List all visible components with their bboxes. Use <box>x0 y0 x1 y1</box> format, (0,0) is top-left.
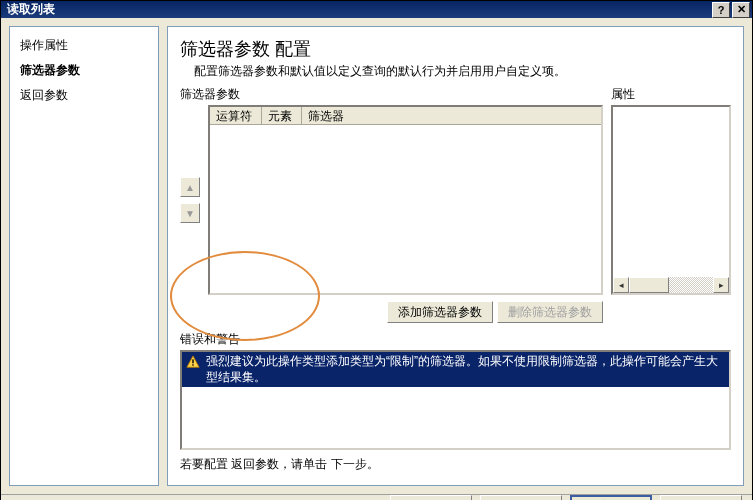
grid-header: 运算符 元素 筛选器 <box>210 107 601 125</box>
cancel-button[interactable]: 取消 <box>660 495 742 500</box>
button-bar: < 上一步 下一步 > 完成 取消 <box>1 494 752 500</box>
reorder-buttons: ▲ ▼ <box>180 105 202 295</box>
sidebar-item-label: 筛选器参数 <box>20 63 80 77</box>
help-button[interactable]: ? <box>712 2 730 18</box>
move-up-button[interactable]: ▲ <box>180 177 200 197</box>
body: 操作属性 筛选器参数 返回参数 筛选器参数 配置 配置筛选器参数和默认值以定义查… <box>1 18 752 494</box>
warning-icon <box>186 355 200 369</box>
scroll-thumb[interactable] <box>629 277 669 293</box>
properties-label: 属性 <box>611 86 731 103</box>
next-button[interactable]: 下一步 > <box>480 495 562 500</box>
window-title: 读取列表 <box>7 1 712 18</box>
properties-content <box>613 107 729 293</box>
sidebar-item-return-params[interactable]: 返回参数 <box>14 83 154 108</box>
scroll-track[interactable] <box>629 277 713 293</box>
close-button[interactable]: ✕ <box>732 2 750 18</box>
filter-params-section: 筛选器参数 ▲ ▼ 运算符 元素 筛选器 <box>180 86 603 323</box>
grid-body <box>210 125 601 293</box>
add-filter-button[interactable]: 添加筛选器参数 <box>387 301 493 323</box>
finish-button[interactable]: 完成 <box>570 495 652 500</box>
errors-section: 错误和警告 强烈建议为此操作类型添加类型为“限制”的筛选器。如果不使用限制筛选器… <box>180 331 731 450</box>
error-text: 强烈建议为此操作类型添加类型为“限制”的筛选器。如果不使用限制筛选器，此操作可能… <box>206 354 725 385</box>
col-operator[interactable]: 运算符 <box>210 107 262 124</box>
properties-scrollbar[interactable]: ◂ ▸ <box>613 277 729 293</box>
col-element[interactable]: 元素 <box>262 107 302 124</box>
scroll-left-icon[interactable]: ◂ <box>613 277 629 293</box>
main-panel: 筛选器参数 配置 配置筛选器参数和默认值以定义查询的默认行为并启用用户自定义项。… <box>167 26 744 486</box>
errors-box: 强烈建议为此操作类型添加类型为“限制”的筛选器。如果不使用限制筛选器，此操作可能… <box>180 350 731 450</box>
titlebar: 读取列表 ? ✕ <box>1 1 752 18</box>
move-down-button[interactable]: ▼ <box>180 203 200 223</box>
filter-buttons: 添加筛选器参数 删除筛选器参数 <box>180 301 603 323</box>
svg-rect-2 <box>192 364 193 365</box>
scroll-right-icon[interactable]: ▸ <box>713 277 729 293</box>
sidebar: 操作属性 筛选器参数 返回参数 <box>9 26 159 486</box>
titlebar-buttons: ? ✕ <box>712 2 750 18</box>
page-description: 配置筛选器参数和默认值以定义查询的默认行为并启用用户自定义项。 <box>180 63 731 80</box>
properties-section: 属性 ◂ ▸ <box>611 86 731 323</box>
sidebar-item-operation-properties[interactable]: 操作属性 <box>14 33 154 58</box>
errors-label: 错误和警告 <box>180 331 731 348</box>
sidebar-item-label: 操作属性 <box>20 38 68 52</box>
col-filter[interactable]: 筛选器 <box>302 107 601 124</box>
filter-grid[interactable]: 运算符 元素 筛选器 <box>208 105 603 295</box>
svg-rect-1 <box>192 359 193 363</box>
filter-params-label: 筛选器参数 <box>180 86 603 103</box>
page-title: 筛选器参数 配置 <box>180 37 731 61</box>
footer-hint: 若要配置 返回参数，请单击 下一步。 <box>180 456 731 475</box>
error-row[interactable]: 强烈建议为此操作类型添加类型为“限制”的筛选器。如果不使用限制筛选器，此操作可能… <box>182 352 729 387</box>
dialog-window: 读取列表 ? ✕ 操作属性 筛选器参数 返回参数 筛选器参数 配置 配置筛选器参… <box>0 0 753 500</box>
back-button[interactable]: < 上一步 <box>390 495 472 500</box>
sidebar-item-filter-params[interactable]: 筛选器参数 <box>14 58 154 83</box>
upper-row: 筛选器参数 ▲ ▼ 运算符 元素 筛选器 <box>180 86 731 323</box>
sidebar-item-label: 返回参数 <box>20 88 68 102</box>
properties-box: ◂ ▸ <box>611 105 731 295</box>
remove-filter-button: 删除筛选器参数 <box>497 301 603 323</box>
grid-row: ▲ ▼ 运算符 元素 筛选器 <box>180 105 603 295</box>
